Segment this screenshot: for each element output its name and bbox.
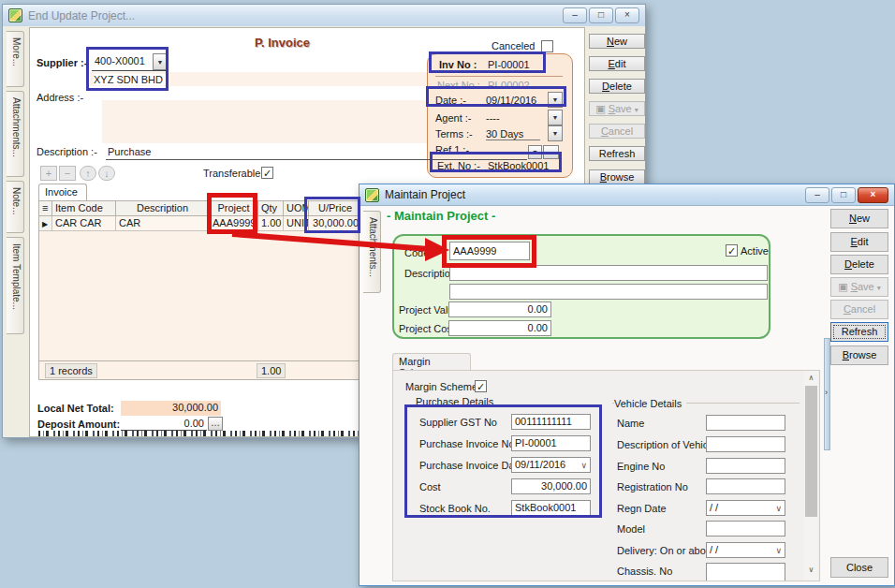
model-input[interactable] (706, 521, 785, 537)
header-item-code[interactable]: Item Code (52, 201, 116, 216)
vehicle-description-input[interactable] (706, 436, 785, 452)
active-checkbox[interactable]: ✓ (726, 244, 738, 257)
sidebar-tab-attachments[interactable]: Attachments... (7, 91, 24, 177)
address-input[interactable] (102, 100, 433, 143)
regn-date-combo[interactable]: / /∨ (706, 500, 785, 516)
header-uprice[interactable]: U/Price (309, 201, 361, 216)
ext-no-value[interactable]: StkBook0001 (488, 160, 549, 171)
chassis-no-input[interactable] (706, 563, 785, 581)
tab-margin-scheme[interactable]: Margin Scheme (392, 353, 471, 371)
canceled-checkbox[interactable] (541, 40, 553, 52)
maximize-button[interactable]: □ (589, 7, 613, 23)
delete-button[interactable]: Delete (830, 255, 888, 274)
code-input[interactable]: AAA9999 (449, 242, 530, 260)
agent-dropdown-button[interactable]: ▼ (548, 110, 563, 125)
save-button-label: Save (851, 281, 874, 292)
column-menu-icon[interactable]: ≡ (39, 201, 52, 216)
chevron-down-icon: ▼ (552, 114, 559, 121)
minimize-button[interactable]: – (563, 7, 587, 23)
description-value[interactable]: Purchase (108, 146, 151, 157)
refresh-button[interactable]: Refresh (830, 322, 888, 342)
purchase-invoice-no-input[interactable]: PI-00001 (511, 435, 591, 451)
project-description-input-2[interactable] (449, 284, 768, 300)
margin-scheme-checkbox[interactable]: ✓ (475, 380, 487, 392)
save-icon: ▣ (838, 281, 847, 292)
cell-uprice[interactable]: 30,000.00 (309, 216, 361, 230)
header-uom[interactable]: UOM (284, 201, 309, 216)
panel-scrollbar[interactable]: ∧ ∨ (804, 371, 818, 581)
arrow-down-icon: ↓ (104, 168, 110, 179)
close-button[interactable]: × (858, 187, 888, 203)
cancel-button[interactable]: Cancel (830, 300, 888, 319)
header-project[interactable]: Project (210, 201, 258, 216)
close-window-button[interactable]: Close (830, 557, 888, 578)
sidebar-tab-note[interactable]: Note... (7, 181, 24, 233)
close-icon: × (624, 9, 630, 20)
transferable-checkbox[interactable]: ✓ (261, 167, 273, 179)
description-dropdown-button[interactable]: ▼ (528, 145, 542, 159)
project-cost-input[interactable]: 0.00 (448, 320, 551, 336)
registration-no-input[interactable] (706, 478, 785, 494)
description-underline (106, 159, 527, 160)
splitter-handle[interactable]: › (824, 338, 830, 450)
purchase-invoice-date-combo[interactable]: 09/11/2016∨ (511, 457, 591, 473)
deposit-more-button[interactable]: … (208, 417, 223, 431)
header-description[interactable]: Description (116, 201, 210, 216)
browse-button-label: Browse (600, 171, 635, 183)
sidebar-tab-attachments[interactable]: Attachments... (363, 211, 381, 293)
stock-book-no-input[interactable]: StkBook0001 (511, 500, 591, 516)
engine-no-input[interactable] (706, 458, 785, 474)
deposit-value[interactable]: 0.00 (121, 417, 207, 431)
sidebar-tab-more[interactable]: More... (7, 31, 24, 87)
inv-no-label: Inv No : (439, 59, 477, 70)
scroll-up-button[interactable]: ∧ (805, 372, 817, 384)
refresh-button[interactable]: Refresh (589, 146, 645, 161)
move-down-button[interactable]: ↓ (98, 166, 115, 181)
close-button[interactable]: × (615, 7, 639, 23)
window2-titlebar[interactable]: Maintain Project – □ × (359, 184, 894, 206)
scroll-down-button[interactable]: ∨ (805, 564, 817, 576)
edit-button[interactable]: Edit (830, 232, 888, 252)
tab-invoice[interactable]: Invoice (38, 184, 87, 200)
project-value-input[interactable]: 0.00 (448, 301, 551, 317)
date-value[interactable]: 09/11/2016 (486, 95, 536, 106)
sidebar-tab-item-template[interactable]: Item Template... (7, 237, 24, 334)
add-row-button[interactable]: + (40, 166, 57, 181)
delete-button[interactable]: Delete (589, 79, 645, 94)
maximize-button[interactable]: □ (831, 187, 856, 203)
delivery-combo[interactable]: / /∨ (706, 542, 785, 558)
cell-qty[interactable]: 1.00 (258, 216, 284, 230)
cancel-button[interactable]: Cancel (589, 124, 645, 139)
edit-button[interactable]: Edit (589, 56, 645, 71)
supplier-dropdown-button[interactable]: ▼ (153, 53, 168, 70)
new-button[interactable]: New (830, 209, 888, 228)
cell-project[interactable]: AAA9999 (210, 216, 258, 230)
supplier-gst-input[interactable]: 00111111111 (511, 414, 591, 430)
terms-value[interactable]: 30 Days (486, 128, 540, 140)
agent-value[interactable]: ---- (486, 112, 500, 124)
remove-row-button[interactable]: − (59, 166, 76, 181)
move-up-button[interactable]: ↑ (80, 166, 96, 181)
project-description-input-1[interactable] (449, 265, 768, 281)
browse-button[interactable]: Browse (830, 345, 888, 365)
cell-item-code[interactable]: CAR CAR (52, 216, 116, 230)
vehicle-name-input[interactable] (706, 415, 785, 431)
table-footer: 1 records 1.00 (39, 360, 361, 379)
cell-uom[interactable]: UNIT (284, 216, 309, 230)
ext-no-label: Ext. No :- (437, 160, 480, 171)
save-button[interactable]: ▣ Save ▾ (589, 101, 645, 116)
header-qty[interactable]: Qty (258, 201, 284, 216)
minimize-button[interactable]: – (805, 187, 829, 203)
table-row[interactable]: ▶ CAR CAR CAR AAA9999 1.00 UNIT 30,000.0… (39, 216, 361, 231)
date-dropdown-button[interactable]: ▼ (548, 92, 563, 108)
save-button[interactable]: ▣ Save ▾ (830, 277, 888, 297)
window1-titlebar[interactable]: End Update Project... – □ × (3, 5, 645, 26)
description-more-button[interactable]: … (543, 145, 559, 159)
scrollbar-thumb[interactable] (805, 386, 817, 517)
terms-dropdown-button[interactable]: ▼ (548, 125, 563, 141)
cell-description[interactable]: CAR (116, 216, 210, 230)
new-button[interactable]: New (589, 34, 645, 49)
cost-input[interactable]: 30,000.00 (511, 478, 591, 494)
browse-button[interactable]: Browse (589, 169, 645, 184)
scroll-down-icon: ∨ (809, 566, 814, 574)
